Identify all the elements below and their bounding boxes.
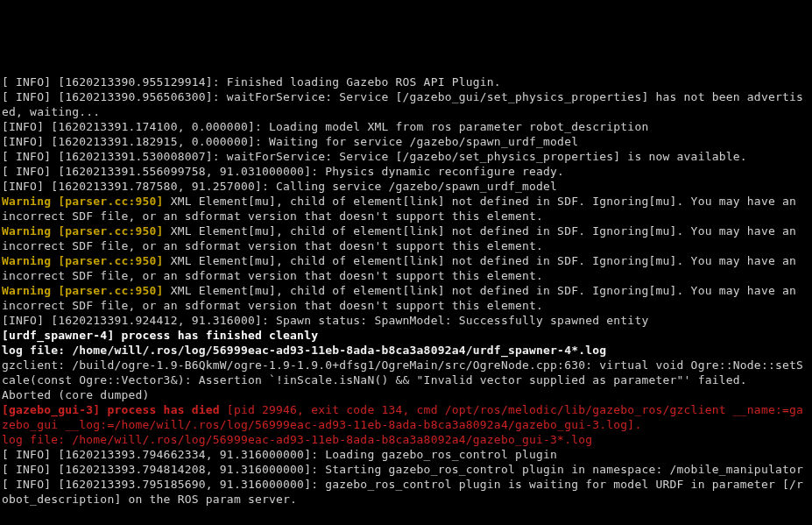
log-line-info: [INFO] [1620213391.924412, 91.316000]: S…	[2, 314, 648, 327]
log-assertion-fail: gzclient: /build/ogre-1.9-B6QkmW/ogre-1.…	[2, 358, 803, 387]
log-aborted: Aborted (core dumped)	[2, 388, 150, 401]
log-line-info: [INFO] [1620213391.182915, 0.000000]: Wa…	[2, 135, 578, 148]
log-error-file-path: log file: /home/will/.ros/log/56999eac-a…	[2, 433, 592, 446]
log-line-info: [ INFO] [1620213390.955129914]: Finished…	[2, 75, 501, 89]
log-line-info: [INFO] [1620213391.174100, 0.000000]: Lo…	[2, 120, 648, 133]
log-warning-prefix: Warning [parser.cc:950]	[2, 224, 164, 238]
log-line-info: [ INFO] [1620213393.794662334, 91.316000…	[2, 448, 557, 461]
terminal-output[interactable]: [ INFO] [1620213390.955129914]: Finished…	[0, 74, 812, 507]
log-process-finished: [urdf_spawner-4] process has finished cl…	[2, 329, 318, 342]
log-line-info: [ INFO] [1620213393.794814208, 91.316000…	[2, 463, 803, 476]
log-warning-prefix: Warning [parser.cc:950]	[2, 284, 164, 297]
log-line-info: [INFO] [1620213391.787580, 91.257000]: C…	[2, 180, 557, 193]
log-warning-prefix: Warning [parser.cc:950]	[2, 195, 164, 208]
log-line-info: [ INFO] [1620213390.956506300]: waitForS…	[2, 90, 803, 118]
log-file-path: log file: /home/will/.ros/log/56999eac-a…	[2, 344, 606, 357]
log-line-info: [ INFO] [1620213391.556099758, 91.031000…	[2, 165, 564, 178]
log-warning-prefix: Warning [parser.cc:950]	[2, 254, 164, 267]
log-line-info: [ INFO] [1620213393.795185690, 91.316000…	[2, 478, 803, 506]
log-line-info: [ INFO] [1620213391.530008007]: waitForS…	[2, 150, 747, 163]
log-process-died-head: [gazebo_gui-3] process has died	[2, 403, 220, 416]
